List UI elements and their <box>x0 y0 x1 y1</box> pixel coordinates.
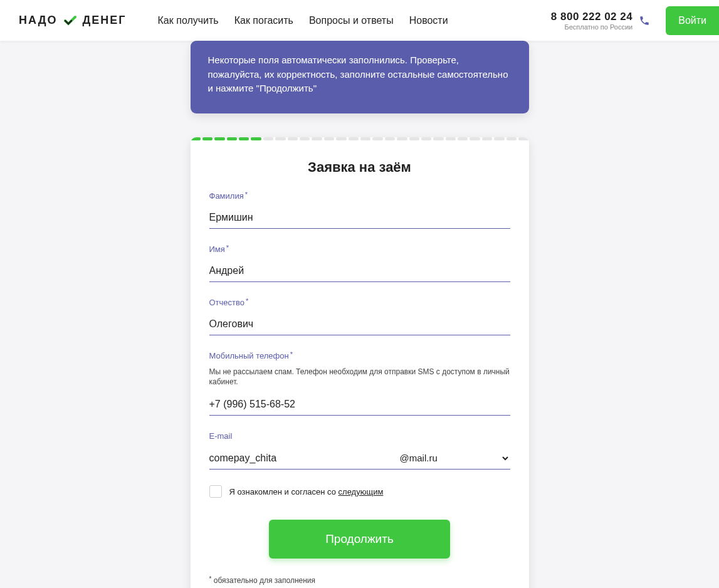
phone-input[interactable] <box>209 394 510 416</box>
phone-label: Мобильный телефон* <box>209 351 510 360</box>
progress-step-5 <box>239 137 249 140</box>
progress-step-1 <box>191 137 201 140</box>
firstname-field-group: Имя* <box>209 244 510 282</box>
logo-checkmark-icon <box>63 13 78 28</box>
login-button[interactable]: Войти <box>666 6 719 35</box>
progress-step-22 <box>446 137 456 140</box>
progress-step-14 <box>349 137 359 140</box>
nav-qa[interactable]: Вопросы и ответы <box>309 15 394 26</box>
nav-how-repay[interactable]: Как погасить <box>234 15 293 26</box>
firstname-label: Имя* <box>209 244 510 254</box>
nav-how-get[interactable]: Как получить <box>158 15 219 26</box>
consent-text: Я ознакомлен и согласен со следующим <box>229 487 384 496</box>
progress-step-25 <box>482 137 492 140</box>
progress-step-4 <box>227 137 237 140</box>
progress-step-17 <box>385 137 395 140</box>
progress-step-3 <box>214 137 224 140</box>
progress-step-26 <box>494 137 504 140</box>
progress-step-20 <box>421 137 431 140</box>
lastname-input[interactable] <box>209 207 510 229</box>
nav-news[interactable]: Новости <box>409 15 448 26</box>
progress-step-16 <box>372 137 382 140</box>
header: НАДО ДЕНЕГ Как получить Как погасить Воп… <box>0 0 719 41</box>
submit-button[interactable]: Продолжить <box>269 520 450 559</box>
phone-icon <box>639 15 650 26</box>
email-input[interactable] <box>209 447 397 470</box>
phone-number: 8 800 222 02 24 <box>551 11 632 23</box>
progress-step-28 <box>518 137 528 140</box>
consent-checkbox[interactable] <box>209 485 222 498</box>
form-card: Заявка на заём Фамилия* Имя* Отчество* <box>191 137 529 589</box>
patronymic-field-group: Отчество* <box>209 298 510 335</box>
header-right: 8 800 222 02 24 Бесплатно по России Войт… <box>551 6 700 35</box>
progress-step-15 <box>360 137 370 140</box>
progress-step-13 <box>336 137 346 140</box>
progress-step-8 <box>275 137 285 140</box>
progress-step-23 <box>458 137 468 140</box>
lastname-field-group: Фамилия* <box>209 191 510 229</box>
progress-step-27 <box>506 137 517 140</box>
consent-row: Я ознакомлен и согласен со следующим <box>209 485 510 498</box>
phone-hint: Мы не рассылаем спам. Телефон необходим … <box>209 367 510 388</box>
phone-field-group: Мобильный телефон* Мы не рассылаем спам.… <box>209 351 510 416</box>
patronymic-label: Отчество* <box>209 298 510 307</box>
email-label: E-mail <box>209 431 510 441</box>
logo-text-2: ДЕНЕГ <box>83 14 127 27</box>
logo-text-1: НАДО <box>19 14 58 27</box>
progress-step-19 <box>409 137 419 140</box>
patronymic-input[interactable] <box>209 313 510 335</box>
progress-step-10 <box>300 137 310 140</box>
progress-step-21 <box>433 137 443 140</box>
main-nav: Как получить Как погасить Вопросы и отве… <box>158 15 448 26</box>
progress-step-12 <box>324 137 334 140</box>
firstname-input[interactable] <box>209 260 510 282</box>
logo[interactable]: НАДО ДЕНЕГ <box>19 13 127 28</box>
progress-step-11 <box>312 137 322 140</box>
form-title: Заявка на заём <box>209 159 510 176</box>
info-banner: Некоторые поля автоматически заполнились… <box>191 41 529 113</box>
phone-block: 8 800 222 02 24 Бесплатно по России <box>551 11 650 31</box>
progress-step-9 <box>288 137 298 140</box>
lastname-label: Фамилия* <box>209 191 510 201</box>
consent-link[interactable]: следующим <box>339 487 384 496</box>
progress-step-18 <box>397 137 407 140</box>
main-content: Некоторые поля автоматически заполнились… <box>0 41 719 588</box>
info-banner-text: Некоторые поля автоматически заполнились… <box>208 55 508 93</box>
progress-step-24 <box>470 137 480 140</box>
progress-step-7 <box>263 137 273 140</box>
email-domain-select[interactable]: @mail.ru <box>397 447 510 470</box>
phone-subtitle: Бесплатно по России <box>551 23 632 31</box>
progress-step-2 <box>202 137 213 140</box>
progress-step-6 <box>251 137 261 140</box>
email-field-group: E-mail @mail.ru <box>209 431 510 470</box>
required-note: * обязательно для заполнения <box>209 576 510 585</box>
